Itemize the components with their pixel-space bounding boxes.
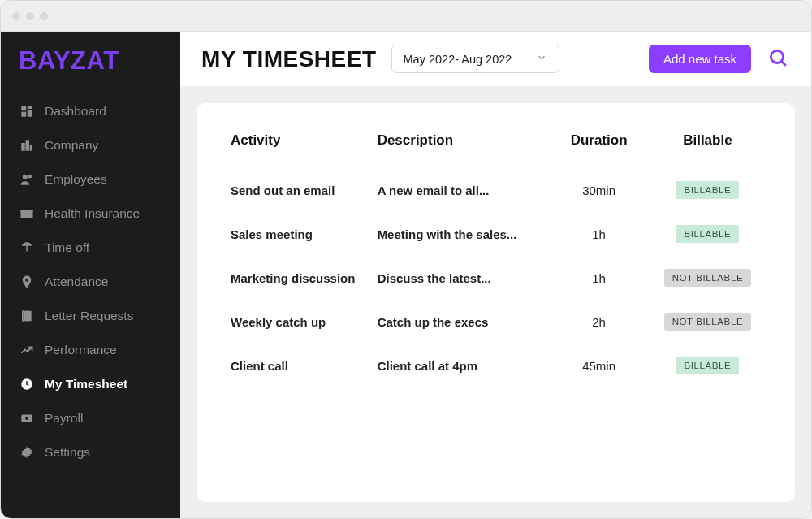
cell-billable: NOT BILLABLE (648, 256, 767, 300)
sidebar-item-label: Performance (45, 343, 117, 357)
cell-billable: BILLABLE (648, 344, 767, 387)
cell-duration: 1h (550, 256, 647, 300)
svg-rect-10 (21, 210, 33, 213)
page-title: MY TIMESHEET (201, 46, 377, 72)
billable-badge: BILLABLE (676, 181, 739, 199)
cell-duration: 45min (550, 344, 647, 387)
sidebar-item-performance[interactable]: Performance (1, 334, 180, 366)
sidebar-item-employees[interactable]: Employees (1, 163, 180, 196)
sidebar-item-label: Time off (45, 240, 89, 255)
svg-line-20 (782, 61, 786, 65)
not-billable-badge: NOT BILLABLE (664, 313, 752, 331)
col-header-description: Description (371, 126, 551, 168)
cell-duration: 30min (550, 168, 647, 212)
sidebar: BAYZAT DashboardCompanyEmployeesHealth I… (1, 32, 180, 518)
svg-rect-6 (30, 145, 32, 151)
chevron-down-icon (536, 52, 547, 66)
settings-icon (19, 444, 35, 461)
cell-billable: BILLABLE (648, 168, 767, 212)
svg-rect-11 (26, 246, 28, 252)
svg-point-17 (25, 417, 28, 420)
page-header: MY TIMESHEET May 2022- Aug 2022 Add new … (180, 32, 811, 87)
sidebar-nav: DashboardCompanyEmployeesHealth Insuranc… (1, 89, 180, 475)
table-row[interactable]: Client callClient call at 4pm45minBILLAB… (224, 344, 767, 387)
sidebar-item-label: Attendance (45, 275, 108, 289)
cell-description: Catch up the execs (371, 300, 551, 344)
date-range-value: May 2022- Aug 2022 (404, 53, 512, 66)
performance-icon (19, 342, 35, 358)
sidebar-item-time-off[interactable]: Time off (1, 231, 180, 264)
window-control-dot[interactable] (12, 12, 20, 20)
table-row[interactable]: Sales meetingMeeting with the sales...1h… (224, 212, 767, 256)
table-row[interactable]: Marketing discussionDiscuss the latest..… (224, 256, 767, 300)
sidebar-item-label: Employees (45, 172, 107, 187)
svg-rect-4 (21, 143, 25, 151)
timesheet-card: Activity Description Duration Billable S… (197, 103, 795, 502)
svg-point-19 (771, 50, 783, 63)
sidebar-item-label: My Timesheet (45, 377, 127, 391)
timeoff-icon (19, 240, 35, 256)
cell-activity: Marketing discussion (224, 256, 371, 300)
svg-rect-14 (24, 310, 32, 322)
sidebar-item-label: Payroll (45, 411, 83, 426)
payroll-icon (19, 410, 35, 426)
cell-billable: NOT BILLABLE (648, 300, 767, 344)
billable-badge: BILLABLE (676, 357, 739, 374)
sidebar-item-company[interactable]: Company (1, 129, 180, 162)
sidebar-item-health-insurance[interactable]: Health Insurance (1, 197, 180, 230)
employees-icon (19, 171, 35, 188)
cell-billable: BILLABLE (648, 212, 767, 256)
letter-icon (19, 308, 35, 324)
brand-logo: BAYZAT (1, 46, 180, 89)
cell-description: Discuss the latest... (371, 256, 551, 300)
svg-point-8 (28, 175, 32, 179)
search-button[interactable] (766, 47, 790, 71)
sidebar-item-label: Letter Requests (45, 309, 133, 323)
sidebar-item-payroll[interactable]: Payroll (1, 402, 180, 435)
cell-duration: 1h (550, 212, 647, 256)
svg-rect-3 (21, 112, 26, 117)
table-row[interactable]: Send out an emailA new email to all...30… (224, 168, 767, 212)
window-control-dot[interactable] (40, 12, 48, 20)
app-body: BAYZAT DashboardCompanyEmployeesHealth I… (1, 32, 811, 518)
svg-rect-1 (28, 106, 32, 109)
sidebar-item-my-timesheet[interactable]: My Timesheet (1, 368, 180, 400)
not-billable-badge: NOT BILLABLE (664, 269, 752, 287)
date-range-select[interactable]: May 2022- Aug 2022 (391, 45, 560, 73)
titlebar (1, 1, 811, 32)
health-icon (19, 205, 35, 222)
svg-point-12 (25, 279, 28, 282)
cell-description: Client call at 4pm (371, 344, 551, 387)
cell-duration: 2h (550, 300, 647, 344)
cell-activity: Sales meeting (224, 212, 371, 256)
search-icon (767, 47, 788, 71)
cell-activity: Send out an email (224, 168, 371, 212)
col-header-duration: Duration (550, 126, 647, 168)
sidebar-item-letter-requests[interactable]: Letter Requests (1, 300, 180, 332)
sidebar-item-label: Company (45, 138, 98, 153)
main-content: MY TIMESHEET May 2022- Aug 2022 Add new … (180, 32, 811, 518)
timesheet-icon (19, 376, 35, 392)
company-icon (19, 137, 35, 154)
dashboard-icon (19, 103, 35, 119)
sidebar-item-dashboard[interactable]: Dashboard (1, 95, 180, 128)
svg-rect-0 (21, 106, 26, 110)
col-header-activity: Activity (224, 126, 371, 168)
table-row[interactable]: Weekly catch upCatch up the execs2hNOT B… (224, 300, 767, 344)
svg-rect-5 (26, 140, 30, 151)
attendance-icon (19, 274, 35, 290)
cell-description: A new email to all... (371, 168, 551, 212)
window-control-dot[interactable] (26, 12, 34, 20)
add-task-button[interactable]: Add new task (649, 45, 751, 73)
sidebar-item-label: Settings (45, 445, 90, 460)
cell-activity: Weekly catch up (224, 300, 371, 344)
app-window: BAYZAT DashboardCompanyEmployeesHealth I… (0, 0, 812, 519)
sidebar-item-attendance[interactable]: Attendance (1, 266, 180, 298)
cell-description: Meeting with the sales... (371, 212, 551, 256)
cell-activity: Client call (224, 344, 371, 387)
sidebar-item-settings[interactable]: Settings (1, 436, 180, 469)
svg-point-7 (23, 175, 28, 179)
billable-badge: BILLABLE (676, 225, 739, 243)
timesheet-table: Activity Description Duration Billable S… (224, 126, 767, 387)
svg-rect-2 (28, 110, 32, 117)
